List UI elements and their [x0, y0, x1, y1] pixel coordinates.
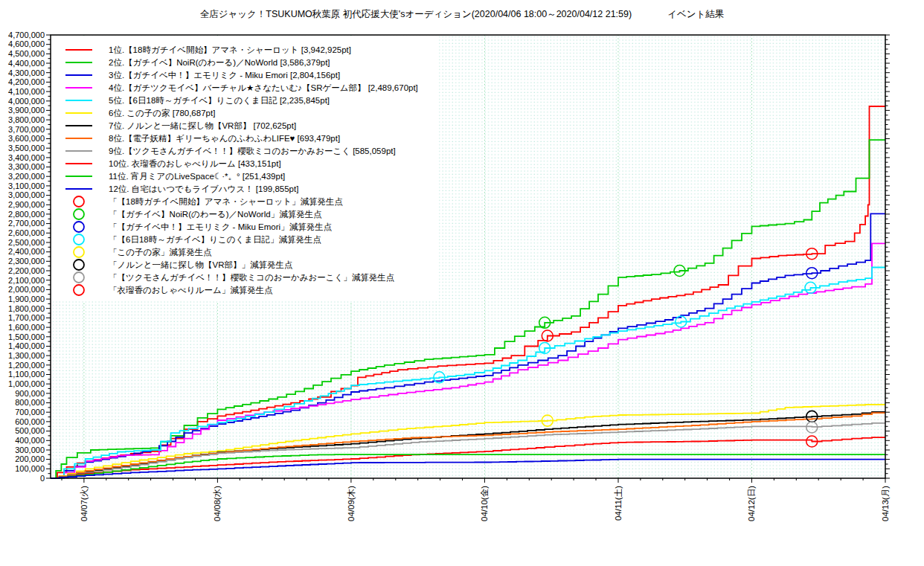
- svg-text:4,300,000: 4,300,000: [8, 68, 45, 77]
- legend-deduction-label-2: 「【ガチイベ中！】エモリミク - Miku Emori」減算発生点: [109, 222, 332, 231]
- legend-deduction-label-0: 「【18時ガチイベ開始】アマネ・シャーロット」減算発生点: [109, 197, 343, 206]
- svg-text:3,800,000: 3,800,000: [8, 115, 45, 124]
- svg-text:4,600,000: 4,600,000: [8, 39, 45, 48]
- svg-text:3,300,000: 3,300,000: [8, 162, 45, 171]
- svg-text:1,100,000: 1,100,000: [8, 370, 45, 379]
- svg-text:4,000,000: 4,000,000: [8, 97, 45, 106]
- legend-label-amane-charlotte: 1位.【18時ガチイベ開始】アマネ・シャーロット [3,942,925pt]: [109, 45, 351, 54]
- svg-text:1,400,000: 1,400,000: [8, 341, 45, 350]
- legend-label-eruka: 10位. 衣瑠香のおしゃべりルーム [433,151pt]: [109, 159, 281, 168]
- svg-text:4,400,000: 4,400,000: [8, 59, 45, 68]
- svg-text:2,800,000: 2,800,000: [8, 210, 45, 219]
- ranking-chart: 1位.【18時ガチイベ開始】アマネ・シャーロット [3,942,925pt] 2…: [0, 0, 924, 566]
- svg-text:100,000: 100,000: [15, 464, 45, 473]
- chart-legend: 1位.【18時ガチイベ開始】アマネ・シャーロット [3,942,925pt] 2…: [52, 36, 439, 301]
- svg-text:2,000,000: 2,000,000: [8, 285, 45, 294]
- svg-text:2,400,000: 2,400,000: [8, 247, 45, 256]
- legend-label-yoizuki-mia: 11位. 宵月ミアのLiveSpace☾·*。° [251,439pt]: [109, 172, 285, 181]
- svg-text:2,300,000: 2,300,000: [8, 257, 45, 266]
- legend-label-emori-miku: 3位.【ガチイベ中！】エモリミク - Miku Emori [2,804,156…: [109, 71, 340, 80]
- y-axis-labels: 0100,000200,000300,000400,000500,000600,…: [8, 30, 45, 483]
- x-axis-labels: 04/07(火)04/08(水)04/09(木)04/10(金)04/11(土)…: [80, 486, 890, 521]
- svg-text:500,000: 500,000: [15, 426, 45, 435]
- svg-text:04/08(水): 04/08(水): [213, 486, 222, 521]
- svg-text:3,600,000: 3,600,000: [8, 134, 45, 143]
- svg-text:900,000: 900,000: [15, 389, 45, 398]
- svg-text:04/09(木): 04/09(木): [347, 486, 356, 521]
- svg-text:300,000: 300,000: [15, 446, 45, 454]
- svg-text:3,200,000: 3,200,000: [8, 172, 45, 181]
- svg-text:1,600,000: 1,600,000: [8, 323, 45, 332]
- svg-text:04/07(火): 04/07(火): [80, 486, 89, 521]
- legend-deduction-label-5: 「ノルンと一緒に探し物【VR部】」減算発生点: [109, 260, 293, 269]
- svg-text:4,500,000: 4,500,000: [8, 49, 45, 58]
- legend-label-gilly-chan: 8位.【電子妖精】ギリーちゃんのふわふわLIFE♥ [693,479pt]: [109, 134, 340, 143]
- svg-text:1,500,000: 1,500,000: [8, 332, 45, 341]
- svg-text:1,000,000: 1,000,000: [8, 379, 45, 388]
- svg-text:400,000: 400,000: [15, 436, 45, 445]
- legend-deduction-label-7: 「衣瑠香のおしゃべりルーム」減算発生点: [109, 286, 273, 295]
- svg-text:04/11(土): 04/11(土): [614, 486, 623, 521]
- svg-text:3,500,000: 3,500,000: [8, 144, 45, 152]
- svg-text:1,900,000: 1,900,000: [8, 295, 45, 303]
- svg-text:04/10(金): 04/10(金): [480, 486, 489, 521]
- svg-text:200,000: 200,000: [15, 454, 45, 463]
- svg-text:2,200,000: 2,200,000: [8, 266, 45, 275]
- svg-text:4,700,000: 4,700,000: [8, 30, 45, 39]
- svg-text:0: 0: [40, 474, 45, 483]
- legend-label-konoko-no-ie: 6位. この子の家 [780,687pt]: [109, 109, 215, 118]
- svg-text:3,000,000: 3,000,000: [8, 190, 45, 199]
- svg-text:4,200,000: 4,200,000: [8, 77, 45, 86]
- chart-page: 全店ジャック！TSUKUMO秋葉原 初代応援大使'sオーディション(2020/0…: [0, 0, 924, 566]
- svg-text:4,100,000: 4,100,000: [8, 87, 45, 96]
- legend-deduction-label-3: 「【6日18時～ガチイベ】りこのくま日記」減算発生点: [109, 235, 321, 244]
- legend-label-jitaku-livehouse: 12位. 自宅はいつでもライブハウス！ [199,855pt]: [109, 184, 298, 193]
- svg-text:3,400,000: 3,400,000: [8, 153, 45, 162]
- svg-text:1,800,000: 1,800,000: [8, 304, 45, 313]
- svg-text:800,000: 800,000: [15, 398, 45, 407]
- svg-text:600,000: 600,000: [15, 417, 45, 426]
- svg-text:2,700,000: 2,700,000: [8, 219, 45, 228]
- svg-text:2,900,000: 2,900,000: [8, 200, 45, 209]
- svg-text:2,100,000: 2,100,000: [8, 276, 45, 285]
- svg-text:1,700,000: 1,700,000: [8, 313, 45, 322]
- legend-deduction-label-4: 「この子の家」減算発生点: [109, 248, 212, 257]
- svg-text:1,300,000: 1,300,000: [8, 351, 45, 360]
- svg-text:2,500,000: 2,500,000: [8, 238, 45, 247]
- svg-text:700,000: 700,000: [15, 408, 45, 417]
- legend-label-riko-no-kuma: 5位.【6日18時～ガチイベ】りこのくま日記 [2,235,845pt]: [109, 96, 330, 105]
- legend-label-norun: 7位. ノルンと一緒に探し物【VR部】 [702,625pt]: [109, 121, 296, 130]
- svg-text:04/13(月): 04/13(月): [881, 486, 890, 521]
- svg-text:3,100,000: 3,100,000: [8, 181, 45, 190]
- svg-text:04/12(日): 04/12(日): [747, 486, 756, 521]
- legend-deduction-label-1: 「【ガチイベ】NoiR(のわーる)／NoWorld」減算発生点: [109, 210, 322, 219]
- legend-label-noir-noworld: 2位.【ガチイベ】NoiR(のわーる)／NoWorld [3,586,379pt…: [109, 58, 330, 67]
- svg-text:2,600,000: 2,600,000: [8, 228, 45, 237]
- legend-label-ouka-miko: 9位.【ツクモさんガチイベ！！】櫻歌ミコのおーかみおーこく [585,059pt…: [109, 147, 396, 155]
- legend-label-sanataimu: 4位.【ガチツクモイベ】バーチャル★さなたいむ♪【SRゲーム部】 [2,489,…: [109, 83, 418, 92]
- svg-text:1,200,000: 1,200,000: [8, 361, 45, 370]
- legend-deduction-label-6: 「【ツクモさんガチイベ！！】櫻歌ミコのおーかみおーこく」減算発生点: [109, 273, 394, 282]
- svg-text:3,700,000: 3,700,000: [8, 125, 45, 134]
- svg-text:3,900,000: 3,900,000: [8, 106, 45, 115]
